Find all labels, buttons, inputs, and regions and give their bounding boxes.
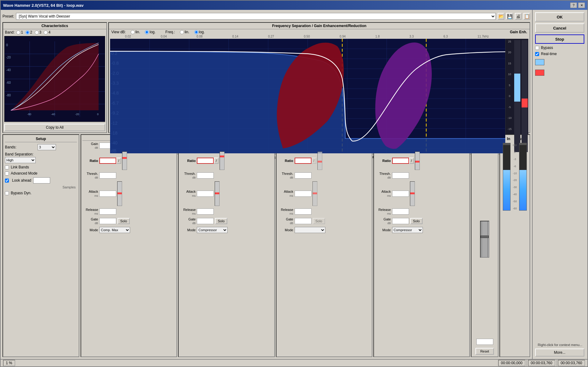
- band1-release-input[interactable]: 100.0: [99, 208, 116, 215]
- stop-btn[interactable]: Stop: [535, 34, 584, 44]
- band4-thresh-input[interactable]: -20.0: [392, 172, 409, 179]
- out-all-input[interactable]: 0.0: [476, 339, 493, 345]
- link-bands-check[interactable]: [5, 165, 9, 169]
- band3-gate-input[interactable]: -100: [295, 218, 312, 224]
- bypass-dyn-row[interactable]: Bypass Dyn.: [5, 191, 77, 195]
- adv-mode-label: Advanced Mode: [11, 171, 38, 175]
- close-button[interactable]: ✕: [578, 2, 585, 8]
- freq-lin-radio[interactable]: lin.: [180, 30, 189, 34]
- band3-thresh-input[interactable]: -6.0: [295, 172, 312, 179]
- band-selector: Band: 1 2 3 4: [3, 29, 106, 35]
- cancel-btn[interactable]: Cancel: [535, 23, 584, 33]
- band4-release-input[interactable]: 100.0: [392, 208, 409, 215]
- band2-ratio-slider[interactable]: [220, 151, 224, 170]
- samples-label: Samples: [62, 185, 76, 189]
- band-radio-1[interactable]: 1: [16, 30, 23, 34]
- band1-ratio-slash[interactable]: /: [116, 158, 121, 164]
- preset-copy-btn[interactable]: 📋: [523, 13, 530, 20]
- io-panel: In Out: [499, 134, 530, 357]
- realtime-row[interactable]: Real-time: [535, 52, 585, 56]
- band3-solo-btn[interactable]: Solo: [313, 218, 325, 224]
- look-ahead-label: Look ahead: [12, 178, 31, 183]
- band2-thresh-input[interactable]: -30.0: [197, 172, 214, 179]
- band1-thresh-input[interactable]: -10.0: [99, 172, 116, 179]
- look-ahead-input[interactable]: 12000: [33, 177, 50, 184]
- bypass-dyn-check[interactable]: [5, 191, 9, 195]
- view-log-radio[interactable]: log.: [145, 30, 155, 34]
- adv-mode-row[interactable]: Advanced Mode: [5, 171, 77, 175]
- band3-mode-select[interactable]: Comp. MaxCompressorExpanderGate: [295, 227, 325, 233]
- adv-mode-check[interactable]: [5, 171, 9, 175]
- color-indicators: [535, 58, 585, 67]
- band2-solo-btn[interactable]: Solo: [215, 218, 227, 224]
- band3-panel: Band 3 GaindB 0.0 Ratio 2.00 /: [276, 134, 372, 357]
- band3-attack-input[interactable]: 20.0: [295, 191, 312, 197]
- frequency-chart: 0.2 -0.8 -2.0 -3.3 -4.8 -6.7 -9.2 -12 -1…: [110, 39, 505, 153]
- band2-ratio-input[interactable]: 8.00: [197, 158, 214, 164]
- more-btn[interactable]: More...: [535, 349, 584, 357]
- left-panel: Preset: [Sys] Warm Vocal with Deesser 📂 …: [1, 10, 532, 359]
- band4-ratio-slider[interactable]: [415, 151, 420, 170]
- setup-title: Setup: [5, 137, 77, 142]
- band4-ratio-slash[interactable]: /: [409, 158, 414, 164]
- band2-release-input[interactable]: 100.0: [197, 208, 214, 215]
- band4-attack-slider[interactable]: [410, 181, 415, 206]
- reset-btn[interactable]: Reset: [475, 348, 494, 355]
- band3-thresh-row: Thresh.dB -6.0: [278, 172, 371, 179]
- band1-solo-btn[interactable]: Solo: [117, 218, 130, 224]
- preset-print-btn[interactable]: 🖨: [515, 13, 522, 20]
- look-ahead-check[interactable]: [5, 179, 9, 183]
- copy-to-all-btn[interactable]: Copy to All: [4, 124, 105, 131]
- band3-ratio-slider[interactable]: [317, 151, 322, 170]
- help-button[interactable]: ?: [570, 2, 577, 8]
- band-radio-2[interactable]: 2: [26, 30, 32, 34]
- band1-gate-input[interactable]: -100: [99, 218, 116, 224]
- band4-mode-select[interactable]: CompressorComp. MaxExpanderGate: [392, 227, 423, 233]
- freq-log-radio[interactable]: log.: [194, 30, 205, 34]
- band3-ratio-input[interactable]: 2.00: [295, 158, 312, 164]
- out-all-panel: Out (All) 0.0 Reset: [471, 134, 499, 357]
- time2: 00:00:03,760: [531, 361, 552, 365]
- svg-text:-80: -80: [27, 113, 31, 116]
- band1-attack-slider[interactable]: [117, 181, 122, 206]
- band3-attack-slider[interactable]: [312, 181, 317, 206]
- band1-ratio-input[interactable]: 2.50: [99, 158, 116, 164]
- band-radio-3[interactable]: 3: [35, 30, 42, 34]
- preset-select[interactable]: [Sys] Warm Vocal with Deesser: [16, 13, 496, 20]
- band4-attack-input[interactable]: 20.0: [392, 191, 409, 197]
- band2-mode-select[interactable]: CompressorComp. MaxExpanderGate: [197, 227, 228, 233]
- band2-attack-input[interactable]: 20.0: [197, 191, 214, 197]
- band2-attack-slider[interactable]: [215, 181, 220, 206]
- ok-btn[interactable]: OK: [535, 12, 584, 22]
- bypass-row[interactable]: Bypass: [535, 46, 585, 50]
- band1-attack-input[interactable]: 20.0: [99, 191, 116, 197]
- band-radio-4[interactable]: 4: [44, 30, 50, 34]
- freq-label: Freq.:: [165, 30, 175, 34]
- band3-release-input[interactable]: 100.0: [295, 208, 312, 215]
- right-panel: OK Cancel Stop Bypass Real-time: [532, 10, 587, 359]
- bypass-check[interactable]: [535, 46, 539, 50]
- band4-thresh-row: Thresh.dB -20.0: [375, 172, 468, 179]
- realtime-check[interactable]: [535, 52, 539, 56]
- preset-save-btn[interactable]: 💾: [506, 13, 513, 20]
- upper-section: Characteristics Band: 1 2 3 4: [2, 22, 530, 133]
- bands-select[interactable]: 3124: [38, 144, 56, 150]
- band1-mode-select[interactable]: Comp. MaxCompressorExpanderGate: [99, 227, 130, 233]
- band-sep-select[interactable]: HighLowMedium: [5, 157, 36, 163]
- band2-ratio-slash[interactable]: /: [214, 158, 219, 164]
- out-all-slider[interactable]: [480, 221, 489, 258]
- preset-open-btn[interactable]: 📂: [498, 13, 504, 20]
- link-bands-row[interactable]: Link Bands: [5, 165, 77, 169]
- band4-ratio-input[interactable]: 2.00: [392, 158, 409, 164]
- band4-solo-btn[interactable]: Solo: [410, 218, 423, 224]
- svg-text:-80: -80: [6, 94, 11, 97]
- look-ahead-row: Look ahead 12000: [5, 177, 77, 184]
- band2-gate-input[interactable]: -100: [197, 218, 214, 224]
- band3-ratio-slash[interactable]: /: [312, 158, 316, 164]
- characteristics-chart: 0 -20 -40 -60 -80 -80 -40 -20 0: [4, 36, 105, 122]
- band1-ratio-slider[interactable]: [122, 151, 127, 170]
- view-lin-radio[interactable]: lin.: [131, 30, 140, 34]
- band4-gate-input[interactable]: -100: [392, 218, 409, 224]
- preset-label: Preset:: [2, 14, 14, 18]
- band2-panel: Band 2 GaindB 0.0 Ratio 8.00 /: [178, 134, 275, 357]
